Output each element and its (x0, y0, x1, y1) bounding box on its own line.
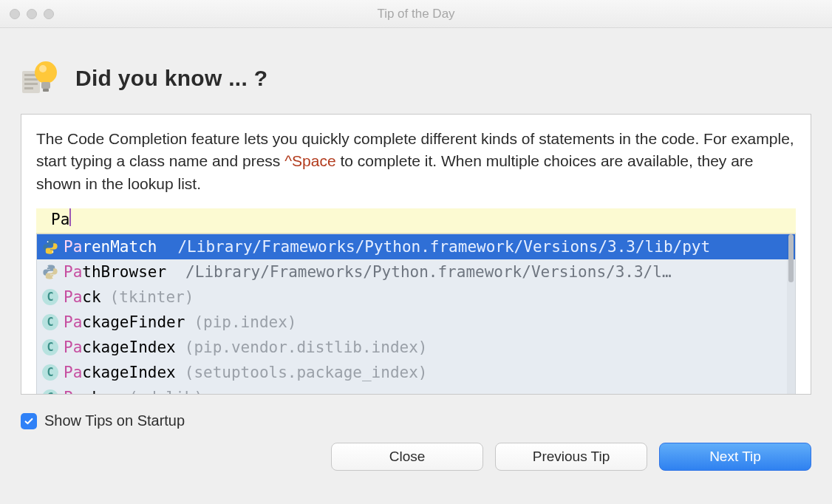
python-icon (41, 263, 59, 281)
close-dot-icon[interactable] (10, 9, 20, 19)
completion-meta: (setuptools.package_index) (185, 364, 428, 381)
svg-point-11 (47, 267, 49, 268)
lightbulb-icon (21, 58, 62, 99)
completion-meta: (tkinter) (110, 288, 194, 306)
bottom-bar: Show Tips on Startup Close Previous Tip … (0, 402, 832, 483)
class-icon: C (41, 338, 59, 356)
checkbox-checked-icon (21, 413, 37, 429)
completion-item[interactable]: ParenMatch /Library/Frameworks/Python.fr… (37, 234, 795, 259)
completion-match: Pa (64, 313, 82, 331)
zoom-dot-icon[interactable] (44, 9, 54, 19)
completion-path: /Library/Frameworks/Python.framework/Ver… (185, 263, 671, 281)
window-title: Tip of the Day (0, 7, 832, 21)
tip-heading: Did you know ... ? (75, 66, 267, 91)
minimize-dot-icon[interactable] (27, 9, 37, 19)
editor-line: Pa (36, 208, 796, 234)
completion-item[interactable]: C PackageIndex (pip.vendor.distlib.index… (37, 335, 795, 360)
class-icon: C (41, 313, 59, 331)
svg-rect-8 (43, 89, 49, 92)
class-icon: C (41, 288, 59, 306)
svg-rect-4 (24, 87, 33, 89)
svg-point-9 (47, 242, 49, 243)
tip-shortcut: ^Space (284, 152, 335, 169)
completion-match: Pa (64, 263, 82, 281)
next-tip-button[interactable]: Next Tip (659, 443, 811, 471)
completion-rest: renMatch (82, 238, 157, 256)
svg-rect-2 (24, 78, 38, 81)
tip-text: The Code Completion feature lets you qui… (36, 128, 796, 195)
content-area: Did you know ... ? The Code Completion f… (0, 28, 832, 402)
svg-point-6 (39, 65, 47, 72)
example-editor: Pa ParenMatch /Library/Frameworks/Python… (36, 208, 796, 395)
svg-rect-3 (24, 83, 38, 85)
completion-path: /Library/Frameworks/Python.framework/Ver… (177, 238, 710, 256)
completion-match: Pa (64, 364, 82, 381)
show-tips-label: Show Tips on Startup (44, 412, 185, 429)
scrollbar-thumb[interactable] (788, 234, 794, 282)
completion-rest: ck (82, 288, 100, 306)
completion-meta: (pip.index) (194, 313, 296, 331)
completion-meta: (pip.vendor.distlib.index) (185, 338, 428, 356)
completion-rest: ckageIndex (82, 364, 175, 381)
completion-rest: ckageFinder (82, 313, 185, 331)
tip-panel: The Code Completion feature lets you qui… (21, 114, 811, 395)
completion-match: Pa (64, 338, 82, 356)
completion-item[interactable]: C Pack (tkinter) (37, 285, 795, 310)
class-icon: C (41, 364, 59, 381)
svg-point-10 (52, 251, 54, 253)
completion-match: Pa (64, 389, 82, 395)
editor-typed-text: Pa (51, 208, 69, 228)
window-titlebar: Tip of the Day (0, 0, 832, 28)
svg-rect-7 (41, 82, 50, 89)
completion-item[interactable]: C PackageIndex (setuptools.package_index… (37, 360, 795, 385)
completion-item[interactable]: PathBrowser /Library/Frameworks/Python.f… (37, 259, 795, 285)
completion-rest: ckageIndex (82, 338, 175, 356)
completion-scrollbar[interactable] (787, 234, 795, 395)
completion-rest: thBrowser (82, 263, 166, 281)
completion-rest: cker (82, 389, 120, 395)
completion-item[interactable]: C PackageFinder (pip.index) (37, 310, 795, 335)
class-icon: C (41, 389, 59, 395)
completion-match: Pa (64, 288, 82, 306)
completion-meta: (xdrlib) (129, 389, 203, 395)
previous-tip-button[interactable]: Previous Tip (495, 443, 647, 471)
completion-popup: ParenMatch /Library/Frameworks/Python.fr… (36, 234, 796, 395)
python-icon (41, 238, 59, 256)
close-button[interactable]: Close (331, 443, 483, 471)
completion-match: Pa (64, 238, 82, 256)
caret-icon (69, 208, 71, 226)
svg-point-5 (35, 61, 57, 84)
show-tips-checkbox[interactable]: Show Tips on Startup (21, 412, 811, 429)
button-row: Close Previous Tip Next Tip (21, 443, 811, 471)
window-traffic-lights (10, 9, 54, 19)
completion-item[interactable]: C Packer (xdrlib) (37, 385, 795, 395)
svg-point-12 (52, 276, 54, 278)
heading-row: Did you know ... ? (21, 58, 811, 99)
